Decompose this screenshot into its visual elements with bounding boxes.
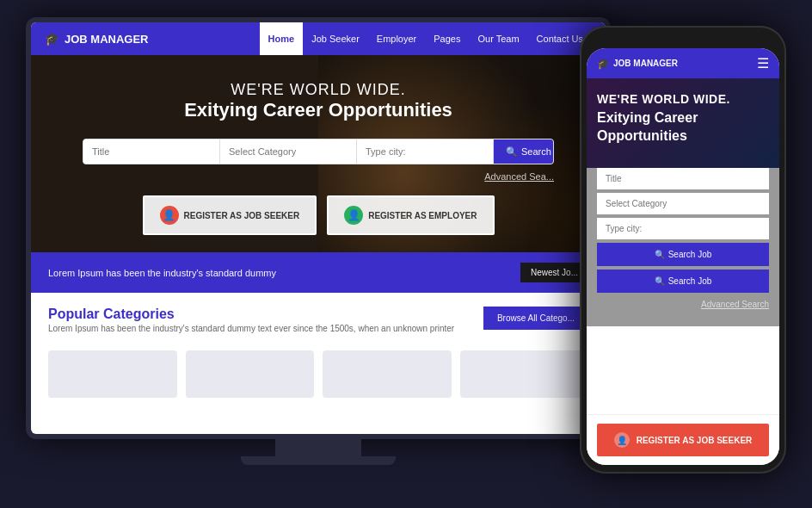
phone-search-btn2-label: Search Job bbox=[668, 276, 712, 286]
category-item-1 bbox=[48, 350, 177, 398]
newest-jobs-button[interactable]: Newest Jo... bbox=[520, 263, 588, 282]
title-input[interactable] bbox=[83, 139, 220, 164]
phone-search-button-2[interactable]: 🔍 Search Job bbox=[597, 269, 769, 293]
category-item-2 bbox=[186, 350, 315, 398]
register-jobseeker-label: REGISTER AS JOB SEEKER bbox=[184, 211, 300, 220]
phone-title-input[interactable] bbox=[597, 168, 769, 189]
phone-logo: 🎓 JOB MANAGER bbox=[597, 58, 757, 70]
categories-title: Popular Categories bbox=[48, 307, 454, 322]
desktop-advanced-search-link[interactable]: Advanced Sea... bbox=[48, 171, 554, 182]
category-item-4 bbox=[460, 350, 589, 398]
nav-link-jobseeker[interactable]: Job Seeker bbox=[303, 22, 368, 55]
newest-button-label: Newest Jo... bbox=[531, 268, 578, 277]
hamburger-menu-icon[interactable]: ☰ bbox=[757, 55, 769, 71]
phone-advanced-link-text: Advanced Search bbox=[701, 300, 769, 309]
phone-frame: 🎓 JOB MANAGER ☰ WE'RE WORLD WIDE. Exityi… bbox=[580, 26, 786, 474]
phone-register-label: REGISTER AS JOB SEEKER bbox=[637, 436, 753, 445]
phone-search-section: 🔍 Search Job 🔍 Search Job Advanced Searc… bbox=[587, 168, 779, 326]
phone-hero-subtitle: WE'RE WORLD WIDE. bbox=[597, 92, 769, 106]
categories-header: Popular Categories Lorem Ipsum has been … bbox=[48, 307, 588, 344]
categories-title-rest: Categories bbox=[103, 307, 175, 321]
phone-search-btn1-label: Search Job bbox=[668, 250, 712, 259]
phone-search-icon-1: 🔍 bbox=[655, 250, 665, 259]
desktop-categories: Popular Categories Lorem Ipsum has been … bbox=[31, 293, 606, 412]
monitor-stand bbox=[275, 439, 361, 456]
hero-content: WE'RE WORLD WIDE. Exitying Career Opport… bbox=[48, 81, 588, 235]
nav-link-employer[interactable]: Employer bbox=[368, 22, 425, 55]
monitor-frame: 🎓 JOB MANAGER Home Job Seeker Employer P… bbox=[26, 17, 611, 439]
nav-link-ourteam[interactable]: Our Team bbox=[469, 22, 527, 55]
section-bar-text: Lorem Ipsum has been the industry's stan… bbox=[48, 268, 276, 278]
jobseeker-avatar: 👤 bbox=[160, 206, 179, 225]
desktop-search-button[interactable]: 🔍 Search Job bbox=[494, 139, 554, 164]
monitor-base bbox=[241, 456, 396, 465]
city-input[interactable] bbox=[357, 139, 494, 164]
phone-logo-icon: 🎓 bbox=[597, 58, 610, 70]
logo-icon: 🎓 bbox=[45, 32, 59, 46]
phone-notch bbox=[657, 34, 709, 45]
phone-advanced-search-link[interactable]: Advanced Search bbox=[597, 300, 769, 316]
browse-all-button[interactable]: Browse All Catego... bbox=[483, 307, 588, 330]
desktop-register-buttons: 👤 REGISTER AS JOB SEEKER 👤 REGISTER AS E… bbox=[48, 195, 588, 235]
desktop-search-bar: 🔍 Search Job bbox=[83, 139, 554, 164]
search-button-label: Search Job bbox=[521, 146, 554, 157]
logo-text: JOB MANAGER bbox=[65, 33, 149, 46]
category-items bbox=[48, 350, 588, 398]
desktop-logo: 🎓 JOB MANAGER bbox=[45, 32, 260, 46]
search-icon: 🔍 bbox=[506, 146, 518, 158]
phone-jobseeker-avatar: 👤 bbox=[614, 432, 630, 448]
phone-logo-text: JOB MANAGER bbox=[613, 59, 678, 68]
employer-avatar: 👤 bbox=[344, 206, 363, 225]
phone-hero-title: Exitying Career Opportunities bbox=[597, 109, 769, 146]
phone-register-bar: 👤 REGISTER AS JOB SEEKER bbox=[587, 414, 779, 465]
category-item-3 bbox=[323, 350, 452, 398]
categories-title-area: Popular Categories Lorem Ipsum has been … bbox=[48, 307, 454, 344]
hero-subtitle: WE'RE WORLD WIDE. bbox=[48, 81, 588, 99]
desktop-nav-links: Home Job Seeker Employer Pages Our Team … bbox=[260, 22, 592, 55]
desktop-site: 🎓 JOB MANAGER Home Job Seeker Employer P… bbox=[31, 22, 606, 434]
phone-category-input[interactable] bbox=[597, 193, 769, 214]
hero-title: Exitying Career Opportunities bbox=[48, 99, 588, 121]
desktop-section-bar: Lorem Ipsum has been the industry's stan… bbox=[31, 252, 606, 293]
categories-description: Lorem Ipsum has been the industry's stan… bbox=[48, 322, 454, 335]
phone-register-jobseeker-button[interactable]: 👤 REGISTER AS JOB SEEKER bbox=[597, 424, 769, 456]
register-employer-button[interactable]: 👤 REGISTER AS EMPLOYER bbox=[327, 195, 494, 235]
phone-navbar: 🎓 JOB MANAGER ☰ bbox=[587, 48, 779, 78]
advanced-link-text: Advanced Sea... bbox=[484, 171, 554, 182]
nav-link-pages[interactable]: Pages bbox=[425, 22, 469, 55]
browse-button-label: Browse All Catego... bbox=[497, 313, 575, 323]
nav-link-home[interactable]: Home bbox=[260, 22, 304, 55]
desktop-hero: WE'RE WORLD WIDE. Exitying Career Opport… bbox=[31, 55, 606, 252]
phone-screen: 🎓 JOB MANAGER ☰ WE'RE WORLD WIDE. Exityi… bbox=[587, 48, 779, 465]
mobile-phone: 🎓 JOB MANAGER ☰ WE'RE WORLD WIDE. Exityi… bbox=[580, 26, 786, 474]
phone-search-icon-2: 🔍 bbox=[655, 276, 665, 286]
phone-hero: WE'RE WORLD WIDE. Exitying Career Opport… bbox=[587, 78, 779, 168]
category-input[interactable] bbox=[220, 139, 357, 164]
phone-search-button-1[interactable]: 🔍 Search Job bbox=[597, 243, 769, 266]
register-jobseeker-button[interactable]: 👤 REGISTER AS JOB SEEKER bbox=[143, 195, 317, 235]
desktop-monitor: 🎓 JOB MANAGER Home Job Seeker Employer P… bbox=[26, 17, 611, 486]
register-employer-label: REGISTER AS EMPLOYER bbox=[368, 211, 477, 220]
phone-city-input[interactable] bbox=[597, 218, 769, 239]
categories-title-highlight: Popular bbox=[48, 307, 100, 321]
desktop-navbar: 🎓 JOB MANAGER Home Job Seeker Employer P… bbox=[31, 22, 606, 55]
